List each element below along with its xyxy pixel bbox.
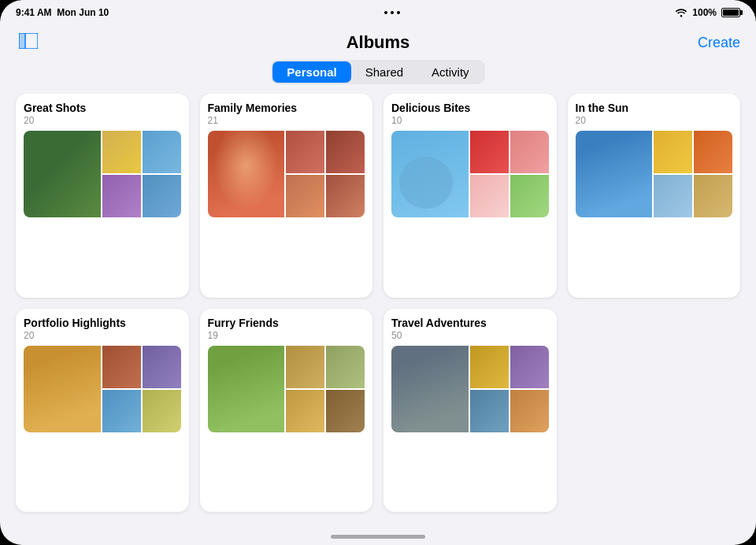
photo-cell	[391, 346, 469, 432]
battery-icon	[721, 8, 740, 17]
dot-2	[391, 11, 394, 14]
photo-cell	[510, 131, 549, 173]
tab-shared[interactable]: Shared	[351, 61, 417, 83]
photo-cell	[510, 390, 549, 432]
album-title: Delicious Bites	[391, 102, 549, 114]
status-right: 100%	[675, 7, 740, 18]
photo-cell	[143, 175, 181, 217]
main-content: Albums Create Personal Shared Activity G…	[0, 25, 756, 528]
nav-left	[16, 32, 41, 54]
album-furry-friends[interactable]: Furry Friends 19	[200, 309, 373, 513]
album-title: In the Sun	[576, 102, 733, 114]
album-portfolio-highlights[interactable]: Portfolio Highlights 20	[16, 309, 189, 513]
tab-activity[interactable]: Activity	[417, 61, 484, 83]
home-indicator	[331, 535, 425, 539]
dot-3	[397, 11, 400, 14]
home-indicator-bar	[0, 528, 756, 545]
album-photos	[24, 131, 181, 217]
album-title: Family Memories	[208, 102, 365, 114]
photo-cell	[208, 346, 285, 432]
photo-cell	[326, 131, 365, 173]
battery-percent: 100%	[692, 7, 717, 18]
nav-bar: Albums Create	[0, 25, 756, 57]
status-time: 9:41 AM Mon Jun 10	[16, 7, 109, 18]
album-count: 20	[576, 115, 733, 126]
photo-cell	[208, 131, 285, 217]
segmented-control: Personal Shared Activity	[0, 60, 756, 84]
album-photos	[391, 131, 549, 217]
album-photos	[391, 346, 549, 432]
photo-cell	[470, 390, 509, 432]
ipad-frame: 9:41 AM Mon Jun 10 100%	[0, 0, 756, 545]
photo-cell	[654, 175, 692, 217]
photo-cell	[24, 131, 101, 217]
svg-rect-0	[19, 33, 25, 49]
photo-cell	[286, 346, 324, 388]
photo-cell	[326, 175, 365, 217]
photo-cell	[326, 346, 365, 388]
album-photos	[24, 346, 181, 432]
photo-cell	[576, 131, 653, 217]
sidebar-icon	[19, 33, 38, 52]
photo-cell	[102, 175, 141, 217]
albums-grid: Great Shots 20 Family Memories 21	[0, 94, 756, 528]
photo-cell	[326, 390, 365, 432]
photo-cell	[391, 131, 469, 217]
album-photos	[208, 346, 365, 432]
photo-cell	[143, 346, 181, 388]
album-count: 20	[24, 115, 181, 126]
album-photos	[576, 131, 733, 217]
album-count: 10	[391, 115, 549, 126]
dot-1	[384, 11, 387, 14]
photo-cell	[694, 175, 732, 217]
photo-cell	[510, 346, 549, 388]
album-title: Portfolio Highlights	[24, 317, 181, 329]
photo-cell	[286, 175, 324, 217]
album-great-shots[interactable]: Great Shots 20	[16, 94, 189, 298]
photo-cell	[143, 390, 181, 432]
photo-cell	[470, 175, 509, 217]
photo-cell	[470, 131, 509, 173]
wifi-icon	[675, 8, 687, 17]
photo-cell	[143, 131, 181, 173]
album-count: 21	[208, 115, 365, 126]
photo-cell	[102, 131, 141, 173]
album-title: Great Shots	[24, 102, 181, 114]
album-photos	[208, 131, 365, 217]
photo-cell	[102, 346, 141, 388]
status-bar: 9:41 AM Mon Jun 10 100%	[0, 0, 756, 25]
segment-wrapper: Personal Shared Activity	[271, 60, 484, 84]
photo-cell	[286, 390, 324, 432]
photo-cell	[654, 131, 692, 173]
album-delicious-bites[interactable]: Delicious Bites 10	[384, 94, 557, 298]
album-count: 19	[208, 330, 365, 341]
album-title: Furry Friends	[208, 317, 365, 329]
photo-cell	[102, 390, 141, 432]
sidebar-toggle-button[interactable]	[16, 32, 41, 54]
status-center-dots	[384, 11, 400, 14]
album-in-the-sun[interactable]: In the Sun 20	[568, 94, 741, 298]
photo-cell	[510, 175, 549, 217]
page-title: Albums	[346, 32, 410, 53]
tab-personal[interactable]: Personal	[272, 61, 350, 83]
album-title: Travel Adventures	[391, 317, 549, 329]
photo-cell	[470, 346, 509, 388]
album-family-memories[interactable]: Family Memories 21	[200, 94, 373, 298]
battery-tip	[740, 10, 743, 15]
photo-cell	[694, 131, 732, 173]
photo-cell	[286, 131, 324, 173]
create-button[interactable]: Create	[698, 35, 740, 51]
photo-cell	[24, 346, 101, 432]
battery-fill	[723, 9, 739, 16]
album-travel-adventures[interactable]: Travel Adventures 50	[384, 309, 557, 513]
album-count: 50	[391, 330, 549, 341]
album-count: 20	[24, 330, 181, 341]
